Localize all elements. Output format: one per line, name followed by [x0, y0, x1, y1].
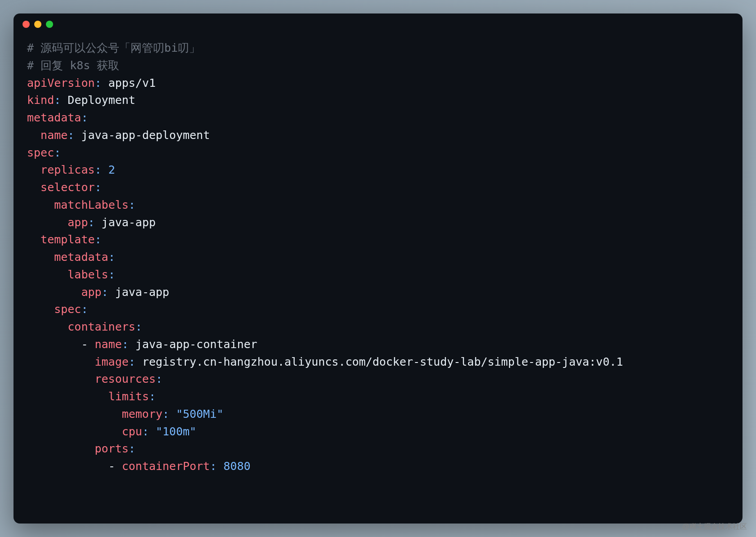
yaml-key: name: [40, 129, 68, 142]
yaml-key: selector: [40, 181, 94, 194]
yaml-key: metadata: [54, 251, 108, 264]
titlebar: [14, 13, 742, 35]
yaml-value: java-app: [102, 216, 156, 229]
watermark: @稀土掘金技术社区: [682, 522, 747, 532]
maximize-icon[interactable]: [46, 21, 53, 28]
yaml-key: matchLabels: [54, 198, 129, 211]
yaml-value: java-app-container: [135, 338, 257, 351]
minimize-icon[interactable]: [34, 21, 41, 28]
yaml-dash: -: [108, 460, 122, 473]
yaml-key: app: [68, 216, 88, 229]
yaml-value: 8080: [224, 460, 251, 473]
yaml-key: kind: [27, 94, 54, 107]
yaml-value: Deployment: [68, 94, 135, 107]
yaml-value: apps/v1: [108, 76, 156, 90]
comment-line: # 回复 k8s 获取: [27, 59, 119, 72]
close-icon[interactable]: [22, 21, 30, 28]
yaml-key: app: [81, 286, 101, 299]
yaml-value: java-app-deployment: [81, 129, 210, 142]
code-content: # 源码可以公众号「网管叨bi叨」 # 回复 k8s 获取 apiVersion…: [14, 35, 742, 524]
yaml-key: apiVersion: [27, 76, 95, 90]
yaml-key: name: [95, 338, 122, 351]
yaml-key: resources: [95, 372, 156, 385]
yaml-key: spec: [54, 303, 81, 316]
yaml-value: 2: [108, 163, 115, 176]
comment-line: # 源码可以公众号「网管叨bi叨」: [27, 41, 200, 54]
yaml-key: ports: [95, 442, 129, 455]
yaml-key: spec: [27, 146, 54, 159]
yaml-key: limits: [108, 390, 149, 403]
yaml-value: registry.cn-hangzhou.aliyuncs.com/docker…: [142, 355, 623, 368]
yaml-key: template: [40, 233, 94, 246]
yaml-key: containerPort: [122, 460, 210, 473]
yaml-key: memory: [122, 407, 162, 421]
terminal-window: # 源码可以公众号「网管叨bi叨」 # 回复 k8s 获取 apiVersion…: [14, 13, 742, 524]
yaml-value: "500Mi": [176, 407, 223, 421]
yaml-key: labels: [68, 268, 108, 281]
yaml-key: cpu: [122, 425, 142, 438]
yaml-key: replicas: [40, 163, 94, 176]
yaml-key: image: [95, 355, 129, 368]
yaml-key: metadata: [27, 111, 81, 124]
yaml-dash: -: [81, 338, 94, 351]
yaml-key: containers: [68, 320, 135, 333]
yaml-value: "100m": [156, 425, 196, 438]
yaml-value: java-app: [115, 286, 169, 299]
